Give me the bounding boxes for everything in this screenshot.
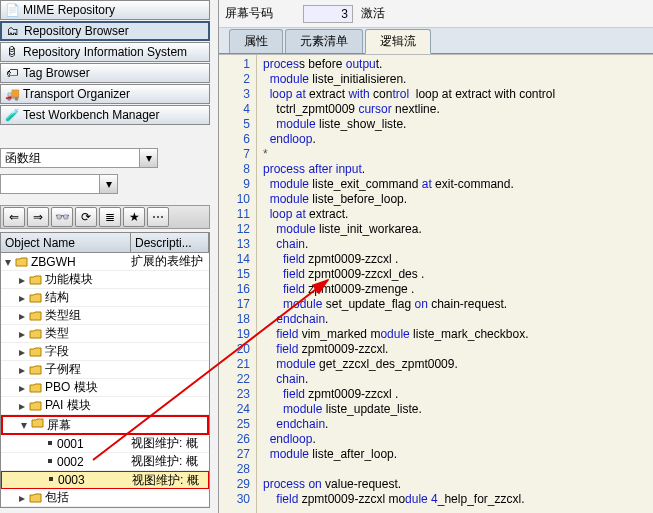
favorites-button[interactable]: ★ [123,207,145,227]
tree-node-screens[interactable]: ▾屏幕 [1,415,209,435]
chevron-down-icon[interactable]: ▾ [100,174,118,194]
folder-icon [29,292,43,304]
tabstrip: 属性 元素清单 逻辑流 [219,28,653,54]
test-icon: 🧪 [5,108,19,122]
nav-label: Repository Browser [24,24,129,38]
folder-open-icon [31,417,45,429]
bullet-icon [49,477,53,481]
screen-item[interactable]: 0002视图维护: 概 [1,453,209,471]
editor-pane: 屏幕号码 激活 属性 元素清单 逻辑流 12345678910111213141… [218,0,653,513]
folder-icon [29,310,43,322]
folder-icon [29,364,43,376]
layout-button[interactable]: ≣ [99,207,121,227]
tab-flow-logic[interactable]: 逻辑流 [365,29,431,54]
nav-label: Tag Browser [23,66,90,80]
objtype-combo[interactable]: ▾ [0,148,210,168]
tree-node[interactable]: ▸类型组 [1,307,209,325]
screen-number-label: 屏幕号码 [225,5,273,22]
screen-header: 屏幕号码 激活 [219,0,653,28]
bullet-icon [48,441,52,445]
tree-node[interactable]: ▸PAI 模块 [1,397,209,415]
tree-node[interactable]: ▸功能模块 [1,271,209,289]
tab-element-list[interactable]: 元素清单 [285,29,363,53]
nav-transport[interactable]: 🚚Transport Organizer [0,84,210,104]
nav-test-wb[interactable]: 🧪Test Workbench Manager [0,105,210,125]
folder-icon [29,328,43,340]
refresh-button[interactable]: ⟳ [75,207,97,227]
object-tree: Object Name Descripti... ▾ZBGWH 扩展的表维护 ▸… [0,232,210,508]
objtype-input[interactable] [0,148,140,168]
folder-icon [29,274,43,286]
code-editor[interactable]: 1234567891011121314151617181920212223242… [219,54,653,513]
doc-icon: 📄 [5,3,19,17]
col-object-name[interactable]: Object Name [1,233,131,252]
nav-fwd-button[interactable]: ⇒ [27,207,49,227]
folder-icon [29,382,43,394]
tree-toolbar: ⇐ ⇒ 👓 ⟳ ≣ ★ ⋯ [0,205,210,229]
tag-icon: 🏷 [5,66,19,80]
col-description[interactable]: Descripti... [131,233,209,252]
nav-mime-repo[interactable]: 📄MIME Repository [0,0,210,20]
screen-number-input[interactable] [303,5,353,23]
line-gutter: 1234567891011121314151617181920212223242… [219,55,257,513]
tree-root[interactable]: ▾ZBGWH 扩展的表维护 [1,253,209,271]
folder-icon [29,400,43,412]
objname-input[interactable] [0,174,100,194]
nav-repo-browser[interactable]: 🗂Repository Browser [0,21,210,41]
folder-icon [29,492,43,504]
screen-item-selected[interactable]: 0003视图维护: 概 [1,471,209,489]
more-button[interactable]: ⋯ [147,207,169,227]
tree-node[interactable]: ▸PBO 模块 [1,379,209,397]
folder-icon [29,346,43,358]
nav-repo-info[interactable]: 🛢Repository Information System [0,42,210,62]
nav-label: Transport Organizer [23,87,130,101]
objname-combo[interactable]: ▾ [0,174,210,194]
tree-icon: 🗂 [6,24,20,38]
tree-node[interactable]: ▸子例程 [1,361,209,379]
nav-label: Test Workbench Manager [23,108,160,122]
db-icon: 🛢 [5,45,19,59]
status-active: 激活 [361,5,385,22]
truck-icon: 🚚 [5,87,19,101]
tree-header: Object Name Descripti... [1,233,209,253]
screen-item[interactable]: 0001视图维护: 概 [1,435,209,453]
nav-tag-browser[interactable]: 🏷Tag Browser [0,63,210,83]
folder-open-icon [15,256,29,268]
tab-attributes[interactable]: 属性 [229,29,283,53]
nav-label: MIME Repository [23,3,115,17]
code-source[interactable]: process before output. module liste_init… [257,55,653,513]
chevron-down-icon[interactable]: ▾ [140,148,158,168]
nav-back-button[interactable]: ⇐ [3,207,25,227]
display-button[interactable]: 👓 [51,207,73,227]
tree-node[interactable]: ▸字段 [1,343,209,361]
tree-node[interactable]: ▸类型 [1,325,209,343]
nav-label: Repository Information System [23,45,187,59]
tree-node[interactable]: ▸结构 [1,289,209,307]
tree-node-includes[interactable]: ▸包括 [1,489,209,507]
bullet-icon [48,459,52,463]
